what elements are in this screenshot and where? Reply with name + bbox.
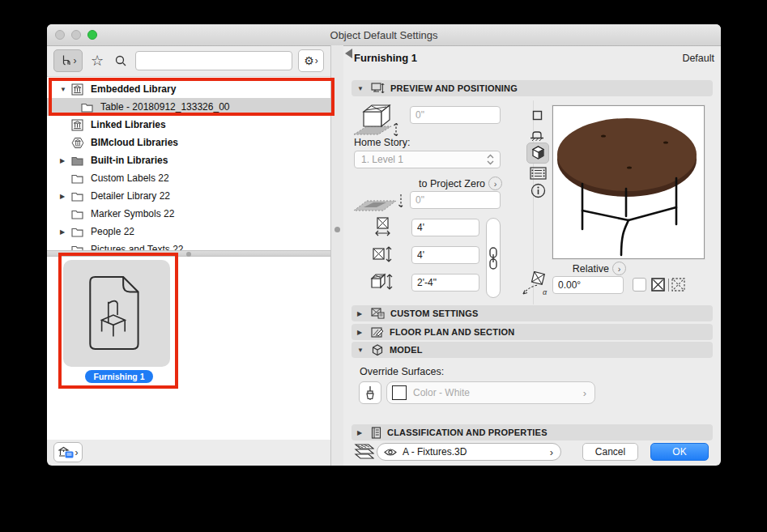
settings-menu-button[interactable]: ⚙ › [298,49,324,72]
divider-handle-dot[interactable] [334,227,340,232]
triangle-down-icon: ▼ [357,85,365,92]
cancel-button[interactable]: Cancel [582,443,638,461]
library-browser-panel: › ☆ ⚙ › ▼ [47,45,330,466]
panel-divider[interactable] [330,45,343,466]
tree-row-table-selected[interactable]: Table - 20180912_133326_00 [47,98,330,116]
folder-icon [71,209,89,219]
section-model[interactable]: ▼ MODEL [352,342,713,358]
zoom-window-button[interactable] [87,30,97,40]
anchor-label: to Project Zero [392,178,485,189]
tree-row-label: Built-in Libraries [91,155,168,166]
titlebar[interactable]: Object Default Settings [47,24,721,46]
folder-icon [71,173,89,184]
home-story-dropdown[interactable]: 1. Level 1 [354,151,501,168]
surface-override-dropdown[interactable]: Color - White › [386,381,595,404]
chevron-right-icon: › [75,448,79,458]
library-manager-icon [58,446,75,459]
gear-icon: ⚙ [304,55,314,66]
window-title: Object Default Settings [330,29,438,41]
mirror-state-icon[interactable] [651,278,665,292]
svg-text:α: α [543,288,548,296]
bimcloud-library-icon [71,137,89,149]
object-thumbnail[interactable] [63,260,170,367]
home-story-label: Home Story: [354,137,410,148]
preview-notes-icon[interactable] [530,167,547,180]
tree-row-bimcloud-libraries[interactable]: BIMcloud Libraries [47,134,330,151]
object-type-selector-button[interactable]: › [53,49,83,72]
tree-row-people[interactable]: ▶ People 22 [47,223,330,240]
thumbnail-name-label: Furnishing 1 [94,372,145,381]
object-file-chair-icon [86,275,147,351]
section-floor-plan-and-section[interactable]: ▶ FLOOR PLAN AND SECTION [352,324,713,340]
chevron-right-icon: › [583,387,586,399]
relative-label: Relative [552,263,609,275]
section-title: FLOOR PLAN AND SECTION [390,327,514,337]
paint-override-button[interactable] [359,381,381,404]
rotation-input[interactable] [552,276,624,294]
view-2d-symbol-icon[interactable] [532,110,543,121]
triangle-right-icon[interactable]: ▶ [60,228,71,236]
story-height-input[interactable] [410,106,501,124]
tree-row-label: Table - 20180912_133326_00 [100,101,229,113]
screen-background: Object Default Settings › ☆ [0,0,767,532]
folder-icon [71,245,89,251]
section-classification-and-properties[interactable]: ▶ CLASSIFICATION AND PROPERTIES [352,424,713,440]
section-title: CLASSIFICATION AND PROPERTIES [387,428,548,437]
library-manager-button[interactable]: › [53,442,83,462]
use-object-orientation-checkbox[interactable] [633,278,646,292]
tree-row-label: People 22 [91,226,134,237]
close-window-button[interactable] [55,30,65,40]
tree-row-embedded-library[interactable]: ▼ Embedded Library [47,80,330,98]
chevron-right-icon: › [315,56,318,66]
relative-options-button[interactable]: › [612,262,626,275]
depth-input[interactable] [411,246,479,264]
surface-value: Color - White [413,387,583,398]
triangle-down-icon[interactable]: ▼ [60,86,71,93]
proportional-link-button[interactable] [486,218,501,298]
library-icon [71,119,89,131]
triangle-right-icon: ▶ [357,310,365,317]
minimize-window-button[interactable] [71,30,81,40]
ok-button[interactable]: OK [650,443,709,461]
tree-row-pictures-and-texts[interactable]: Pictures and Texts 22 [47,240,330,250]
search-input[interactable] [135,51,292,70]
tree-row-label: Linked Libraries [91,119,166,130]
tree-row-linked-libraries[interactable]: Linked Libraries [47,116,330,134]
star-icon: ☆ [91,53,104,68]
tree-row-label: Pictures and Texts 22 [91,244,184,250]
mirror-ghost-icon[interactable] [671,278,685,292]
folder-dark-icon [71,155,89,166]
object-3d-preview[interactable] [552,105,705,259]
tree-row-built-in-libraries[interactable]: ▶ Built-in Libraries [47,151,330,169]
classification-document-icon [371,427,381,439]
view-elevation-icon[interactable] [529,128,545,142]
anchor-options-button[interactable]: › [488,177,502,190]
tree-row-marker-symbols[interactable]: Marker Symbols 22 [47,205,330,223]
default-label: Default [682,53,714,64]
object-name-heading: Furnishing 1 [354,52,417,64]
search-button[interactable] [112,49,130,72]
tree-row-custom-labels[interactable]: Custom Labels 22 [47,169,330,187]
height-input[interactable] [411,274,479,292]
layer-value: A - Fixtures.3D [403,446,550,458]
view-3d-cube-icon[interactable] [531,145,545,160]
chevron-right-icon: › [494,179,497,189]
tree-row-label: Custom Labels 22 [91,172,169,184]
search-icon [114,54,127,67]
folder-icon [71,227,89,237]
section-preview-and-positioning[interactable]: ▼ PREVIEW AND POSITIONING [352,80,713,96]
section-custom-settings[interactable]: ▶ CUSTOM SETTINGS [352,305,713,321]
layer-dropdown[interactable]: A - Fixtures.3D › [377,443,561,461]
width-input[interactable] [411,219,479,236]
favorites-button[interactable]: ☆ [88,49,106,72]
eye-icon [384,448,397,457]
tree-row-label: BIMcloud Libraries [91,137,178,148]
tree-row-detailer-library[interactable]: ▶ Detailer Library 22 [47,187,330,205]
triangle-right-icon[interactable]: ▶ [60,193,71,200]
object-thumbnail-panel: Furnishing 1 [47,257,330,440]
triangle-right-icon[interactable]: ▶ [60,157,71,164]
object-default-settings-window: Object Default Settings › ☆ [47,24,721,466]
offset-input[interactable] [410,191,501,209]
info-icon[interactable] [531,183,546,198]
surface-color-swatch [392,385,407,400]
